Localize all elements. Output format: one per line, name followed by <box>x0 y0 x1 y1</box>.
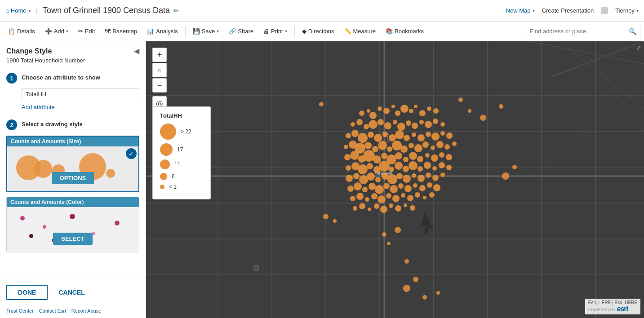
svg-point-70 <box>409 143 414 148</box>
svg-point-95 <box>367 163 373 169</box>
contact-esri-link[interactable]: Contact Esri <box>39 308 66 314</box>
save-button[interactable]: 💾 Save ▾ <box>188 25 224 37</box>
svg-point-152 <box>395 205 401 212</box>
svg-point-110 <box>367 172 375 181</box>
create-presentation-button[interactable]: Create Presentation <box>542 7 594 14</box>
svg-point-131 <box>419 185 426 191</box>
svg-point-138 <box>378 195 386 203</box>
esri-logo: esri <box>617 305 628 313</box>
svg-point-81 <box>373 155 381 163</box>
svg-point-160 <box>502 172 509 180</box>
cancel-button[interactable]: CANCEL <box>53 285 90 300</box>
svg-point-61 <box>344 145 348 149</box>
svg-point-53 <box>395 130 404 139</box>
style-card-1-body: OPTIONS ✓ <box>7 146 138 191</box>
svg-point-56 <box>417 134 425 141</box>
panel-collapse-handle[interactable]: ◀ <box>146 171 146 189</box>
svg-point-20 <box>367 109 370 113</box>
share-button[interactable]: 🔗 Share <box>224 25 258 37</box>
map-controls: + ⌂ − ◎ <box>152 48 167 110</box>
color-dot-1 <box>20 216 25 221</box>
map-area[interactable]: Grinnell ◎ + ⌂ − ◎ TotalHH > 22 <box>146 41 644 318</box>
legend-circle <box>160 143 173 156</box>
print-button[interactable]: 🖨 Print ▾ <box>259 25 292 37</box>
svg-point-67 <box>387 146 392 152</box>
svg-point-21 <box>369 112 377 119</box>
style-card-counts-size[interactable]: Counts and Amounts (Size) OPTIONS ✓ <box>6 136 139 192</box>
measure-label: Measure <box>353 28 376 35</box>
svg-point-148 <box>368 208 371 211</box>
legend-item: 17 <box>160 143 203 156</box>
zoom-out-button[interactable]: − <box>152 78 167 93</box>
user-dropdown-icon: ▾ <box>636 8 639 13</box>
svg-point-59 <box>440 131 445 136</box>
color-dot-4 <box>92 232 95 235</box>
share-icon: 🔗 <box>229 28 236 35</box>
svg-point-94 <box>358 164 368 174</box>
home-zoom-button[interactable]: ⌂ <box>152 63 167 77</box>
home-button[interactable]: ⌂ Home ▾ <box>5 7 31 14</box>
step-2-circle: 2 <box>6 119 17 130</box>
basemap-button[interactable]: 🗺 Basemap <box>100 25 142 37</box>
esri-attribution: Esri, HERE | Esri, HERE POWERED BY esri <box>585 299 640 314</box>
options-button[interactable]: OPTIONS <box>52 172 94 184</box>
left-panel: Change Style ◀ 1900 Total Household Numb… <box>0 41 146 318</box>
trust-center-link[interactable]: Trust Center <box>6 308 34 314</box>
edit-title-icon[interactable]: ✏ <box>173 7 179 14</box>
style-cards-container: Counts and Amounts (Size) OPTIONS ✓ Coun… <box>0 133 146 255</box>
legend-label: 17 <box>177 146 183 153</box>
svg-point-28 <box>414 105 417 108</box>
analysis-button[interactable]: 📊 Analysis <box>142 25 182 37</box>
details-button[interactable]: 📋 Details <box>4 25 40 37</box>
svg-point-133 <box>433 184 440 191</box>
panel-collapse-button[interactable]: ◀ <box>134 47 139 55</box>
add-button[interactable]: ➕ Add ▾ <box>40 25 73 37</box>
attribute-select-row: TotalHH <box>0 86 146 102</box>
search-button[interactable]: 🔍 <box>625 28 640 35</box>
svg-point-168 <box>413 277 418 282</box>
edit-button[interactable]: ✏ Edit <box>74 25 99 37</box>
svg-point-143 <box>415 192 420 198</box>
report-abuse-link[interactable]: Report Abuse <box>71 308 102 314</box>
svg-point-100 <box>403 166 409 172</box>
legend-circle <box>160 124 176 140</box>
add-icon: ➕ <box>45 28 52 35</box>
legend-item: < 1 <box>160 184 203 190</box>
save-dropdown-icon: ▾ <box>217 29 219 34</box>
measure-icon: 📏 <box>344 28 351 35</box>
directions-button[interactable]: ◆ Directions <box>298 25 339 37</box>
svg-point-25 <box>395 110 400 116</box>
nav-left: ⌂ Home ▾ | Town of Grinnell 1900 Census … <box>5 6 506 15</box>
style-card-counts-color[interactable]: Counts and Amounts (Color) SELECT <box>6 197 139 252</box>
attribute-dropdown[interactable]: TotalHH <box>22 88 139 100</box>
search-input[interactable] <box>526 28 625 35</box>
measure-button[interactable]: 📏 Measure <box>340 25 381 37</box>
color-dot-2 <box>43 225 46 229</box>
svg-point-36 <box>378 119 384 125</box>
svg-point-64 <box>364 142 372 149</box>
zoom-in-button[interactable]: + <box>152 48 167 62</box>
svg-point-119 <box>432 175 439 181</box>
user-avatar <box>601 7 608 14</box>
bookmarks-button[interactable]: 📚 Bookmarks <box>381 25 428 37</box>
select-button[interactable]: SELECT <box>53 233 92 245</box>
svg-point-107 <box>346 175 353 182</box>
svg-point-165 <box>395 227 401 233</box>
panel-footer: DONE CANCEL <box>0 279 146 305</box>
svg-point-117 <box>417 175 425 182</box>
fullscreen-button[interactable]: ⤢ <box>636 44 641 51</box>
add-attribute-link[interactable]: Add attribute <box>0 102 146 115</box>
legend-item: > 22 <box>160 124 203 140</box>
style-card-2-title: Counts and Amounts (Color) <box>10 199 84 205</box>
new-map-button[interactable]: New Map ▾ <box>506 7 535 14</box>
svg-point-39 <box>397 123 405 131</box>
done-button[interactable]: DONE <box>6 285 48 300</box>
svg-point-87 <box>417 156 423 162</box>
legend-circle <box>160 173 167 180</box>
svg-point-121 <box>347 186 354 192</box>
svg-point-128 <box>398 183 404 189</box>
step-1-row: 1 Choose an attribute to show <box>0 68 146 86</box>
svg-point-146 <box>353 206 357 211</box>
new-map-label: New Map <box>506 7 531 14</box>
user-menu-button[interactable]: Tierney ▾ <box>615 7 639 14</box>
